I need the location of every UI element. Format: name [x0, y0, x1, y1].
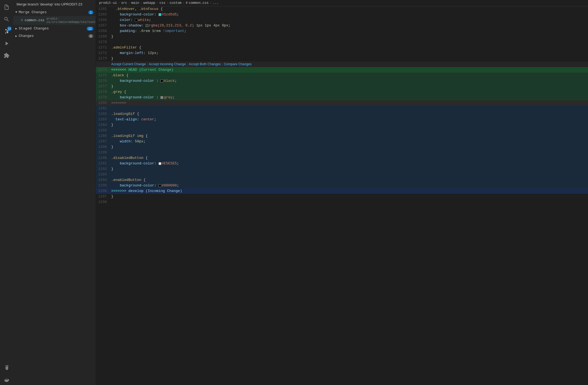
staged-changes-label: Staged Changes: [19, 26, 49, 31]
changes-section[interactable]: ▶ Changes 0: [13, 32, 96, 40]
code-line-1291: 1291 background-color: #E5E5E5;: [96, 161, 588, 166]
compare-changes-link[interactable]: Compare Changes: [224, 62, 252, 66]
code-line-1298: 1298: [96, 199, 588, 205]
code-line-1285: 1285: [96, 128, 588, 133]
file-name: common.css: [24, 18, 44, 22]
code-line-1290: 1290 .disabledButton {: [96, 155, 588, 161]
code-line-1279: 1279 background-color : grey;: [96, 95, 588, 100]
code-line-1288: 1288 }: [96, 144, 588, 150]
code-line-1269: 1269 }: [96, 34, 588, 39]
code-line-1274: 1274 <<<<<<< HEAD (Current Change): [96, 67, 588, 73]
breadcrumb-custom: custom: [170, 1, 181, 5]
code-line-1280: 1280 =======: [96, 100, 588, 106]
merge-changes-count: 1: [88, 10, 93, 14]
docker-icon[interactable]: [2, 375, 12, 385]
code-line-1265b: 1265 background-color: #1cd5d5;: [96, 12, 588, 17]
breadcrumb-src: src: [121, 1, 127, 5]
css-file-icon: #: [21, 18, 23, 22]
code-line-1295: 1295 background-color: #000000;: [96, 183, 588, 188]
files-icon[interactable]: [2, 2, 12, 12]
code-line-1283: 1283 text-align: center;: [96, 117, 588, 122]
sidebar: Merge branch 'develop' into UPRODIT-23 ▼…: [13, 0, 96, 385]
chevron-right-icon-2: ▶: [15, 34, 17, 38]
code-line-1278: 1278 .grey {: [96, 89, 588, 95]
extensions-icon[interactable]: [2, 51, 12, 61]
staged-changes-count: 12: [87, 27, 93, 31]
accept-current-link[interactable]: Accept Current Change: [111, 62, 146, 66]
breadcrumb-webapp: webapp: [143, 1, 155, 5]
code-line-1265a: 1265 .btnHover, .btnFocus {: [96, 6, 588, 12]
code-line-1272: 1272 margin-left: 12px;: [96, 50, 588, 56]
editor-area: prodit-ui › src › main › webapp › css › …: [96, 0, 588, 385]
code-editor[interactable]: 1265 .btnHover, .btnFocus { 1265 backgro…: [96, 6, 588, 385]
source-control-badge: 13: [7, 26, 12, 31]
chevron-right-icon: ▶: [15, 27, 17, 30]
code-line-1294: 1294 .enabledButton {: [96, 177, 588, 183]
code-line-1275: 1275 .black {: [96, 73, 588, 78]
chevron-down-icon: ▼: [15, 11, 17, 14]
accept-both-link[interactable]: Accept Both Changes: [189, 62, 221, 66]
code-line-1271: 1271 .adminFilter {: [96, 45, 588, 50]
staged-changes-section[interactable]: ▶ Staged Changes 12: [13, 25, 96, 32]
changes-label: Changes: [19, 34, 34, 38]
code-line-1270: 1270: [96, 39, 588, 45]
code-line-1268: 1268 padding: .6rem 1rem !important;: [96, 28, 588, 34]
commit-message: Merge branch 'develop' into UPRODIT-23: [13, 0, 96, 9]
breadcrumb-prodit-ui: prodit-ui: [99, 1, 117, 5]
source-control-icon[interactable]: 13: [2, 26, 12, 36]
code-line-1293: 1293: [96, 172, 588, 177]
activity-bar: 13: [0, 0, 13, 385]
search-icon[interactable]: [2, 14, 12, 24]
file-path: prodit-ui/src/main/webapp/css/custom: [47, 17, 96, 24]
code-line-1296: 1296 >>>>>>> develop (Incoming Change): [96, 188, 588, 194]
breadcrumb: prodit-ui › src › main › webapp › css › …: [96, 0, 588, 6]
merge-changes-section[interactable]: ▼ Merge Changes 1: [13, 9, 96, 16]
code-line-1284: 1284 }: [96, 122, 588, 128]
breadcrumb-ellipsis: ...: [213, 1, 219, 5]
code-line-1267: 1267 box-shadow: rgba(28,213,213, 0.2) 1…: [96, 23, 588, 28]
run-icon[interactable]: [2, 39, 12, 48]
code-line-1292: 1292 }: [96, 166, 588, 172]
code-line-1289: 1289: [96, 150, 588, 155]
changes-count: 0: [88, 34, 93, 38]
code-line-1281: 1281: [96, 106, 588, 111]
code-line-1277: 1277 }: [96, 84, 588, 89]
code-line-1273: 1273 }: [96, 56, 588, 61]
breadcrumb-main: main: [131, 1, 139, 5]
merge-changes-label: Merge Changes: [19, 10, 47, 14]
breadcrumb-file: common.css: [189, 1, 209, 5]
code-line-1276: 1276 background-color : black;: [96, 78, 588, 84]
code-line-1286: 1286 .loadingGif img {: [96, 133, 588, 139]
breadcrumb-css: css: [159, 1, 165, 5]
file-row-common-css[interactable]: # common.css prodit-ui/src/main/webapp/c…: [13, 16, 96, 25]
conflict-toolbar: Accept Current Change | Accept Incoming …: [96, 61, 588, 67]
accept-incoming-link[interactable]: Accept Incoming Change: [149, 62, 186, 66]
code-line-1282: 1282 .loadingGif {: [96, 111, 588, 117]
code-line-1297: 1297 }: [96, 194, 588, 199]
breadcrumb-hash: #: [186, 1, 188, 5]
flask-icon[interactable]: [2, 363, 12, 373]
code-line-1266: 1266 color: white;: [96, 17, 588, 23]
code-line-1287: 1287 width: 50px;: [96, 139, 588, 144]
